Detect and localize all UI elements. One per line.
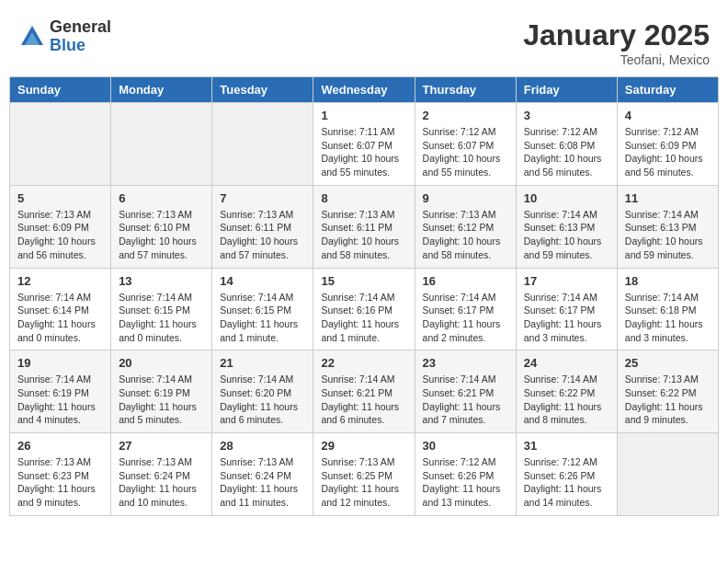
day-number: 31 (524, 439, 609, 453)
logo: General Blue (18, 18, 111, 55)
day-number: 6 (119, 191, 204, 205)
day-info: Sunrise: 7:13 AM Sunset: 6:09 PM Dayligh… (17, 208, 103, 262)
calendar-day: 10Sunrise: 7:14 AM Sunset: 6:13 PM Dayli… (516, 185, 617, 268)
calendar-day: 15Sunrise: 7:14 AM Sunset: 6:16 PM Dayli… (313, 268, 415, 350)
calendar-day: 5Sunrise: 7:13 AM Sunset: 6:09 PM Daylig… (10, 185, 111, 268)
calendar-week-row: 1Sunrise: 7:11 AM Sunset: 6:07 PM Daylig… (10, 103, 719, 186)
day-number: 23 (423, 356, 508, 370)
day-info: Sunrise: 7:14 AM Sunset: 6:21 PM Dayligh… (321, 373, 406, 427)
day-info: Sunrise: 7:14 AM Sunset: 6:19 PM Dayligh… (17, 373, 103, 427)
day-number: 17 (524, 274, 609, 288)
day-info: Sunrise: 7:14 AM Sunset: 6:14 PM Dayligh… (17, 291, 103, 345)
day-info: Sunrise: 7:12 AM Sunset: 6:26 PM Dayligh… (423, 455, 508, 510)
day-number: 2 (423, 109, 508, 122)
day-info: Sunrise: 7:14 AM Sunset: 6:15 PM Dayligh… (119, 291, 204, 345)
calendar-day: 11Sunrise: 7:14 AM Sunset: 6:13 PM Dayli… (617, 185, 718, 268)
day-info: Sunrise: 7:12 AM Sunset: 6:08 PM Dayligh… (524, 125, 609, 179)
day-header-wednesday: Wednesday (313, 77, 415, 103)
day-header-saturday: Saturday (617, 77, 718, 103)
day-number: 4 (625, 109, 711, 122)
day-info: Sunrise: 7:13 AM Sunset: 6:10 PM Dayligh… (119, 208, 204, 262)
day-info: Sunrise: 7:13 AM Sunset: 6:25 PM Dayligh… (321, 455, 406, 510)
day-number: 3 (524, 109, 609, 122)
day-number: 20 (119, 356, 204, 370)
calendar-day: 8Sunrise: 7:13 AM Sunset: 6:11 PM Daylig… (313, 185, 415, 268)
calendar-day: 22Sunrise: 7:14 AM Sunset: 6:21 PM Dayli… (313, 350, 415, 433)
day-info: Sunrise: 7:13 AM Sunset: 6:22 PM Dayligh… (625, 373, 711, 427)
day-info: Sunrise: 7:13 AM Sunset: 6:12 PM Dayligh… (423, 208, 508, 262)
day-number: 14 (220, 274, 305, 288)
day-info: Sunrise: 7:14 AM Sunset: 6:18 PM Dayligh… (625, 291, 711, 345)
calendar-day: 9Sunrise: 7:13 AM Sunset: 6:12 PM Daylig… (415, 185, 516, 268)
day-number: 8 (321, 191, 406, 205)
calendar-week-row: 5Sunrise: 7:13 AM Sunset: 6:09 PM Daylig… (10, 185, 719, 268)
day-info: Sunrise: 7:14 AM Sunset: 6:13 PM Dayligh… (625, 208, 711, 262)
day-info: Sunrise: 7:14 AM Sunset: 6:13 PM Dayligh… (524, 208, 609, 262)
day-info: Sunrise: 7:12 AM Sunset: 6:07 PM Dayligh… (423, 125, 508, 179)
day-header-monday: Monday (111, 77, 212, 103)
day-info: Sunrise: 7:13 AM Sunset: 6:24 PM Dayligh… (119, 455, 204, 510)
calendar-week-row: 19Sunrise: 7:14 AM Sunset: 6:19 PM Dayli… (10, 350, 719, 433)
day-number: 7 (220, 191, 305, 205)
day-header-sunday: Sunday (10, 77, 111, 103)
day-number: 28 (220, 439, 305, 453)
calendar-day (111, 103, 212, 186)
logo-blue-text: Blue (50, 37, 111, 55)
day-info: Sunrise: 7:12 AM Sunset: 6:26 PM Dayligh… (524, 455, 609, 510)
title-block: January 2025 Teofani, Mexico (523, 18, 710, 67)
calendar-day: 1Sunrise: 7:11 AM Sunset: 6:07 PM Daylig… (313, 103, 415, 186)
logo-text: General Blue (50, 18, 111, 55)
calendar-day: 3Sunrise: 7:12 AM Sunset: 6:08 PM Daylig… (516, 103, 617, 186)
calendar-day: 19Sunrise: 7:14 AM Sunset: 6:19 PM Dayli… (10, 350, 111, 433)
calendar-day: 27Sunrise: 7:13 AM Sunset: 6:24 PM Dayli… (111, 433, 212, 516)
day-number: 27 (119, 439, 204, 453)
day-header-thursday: Thursday (415, 77, 516, 103)
day-number: 29 (321, 439, 406, 453)
calendar-day: 18Sunrise: 7:14 AM Sunset: 6:18 PM Dayli… (617, 268, 718, 350)
calendar-day: 20Sunrise: 7:14 AM Sunset: 6:19 PM Dayli… (111, 350, 212, 433)
calendar-day: 21Sunrise: 7:14 AM Sunset: 6:20 PM Dayli… (212, 350, 313, 433)
day-info: Sunrise: 7:14 AM Sunset: 6:22 PM Dayligh… (524, 373, 609, 427)
calendar-week-row: 12Sunrise: 7:14 AM Sunset: 6:14 PM Dayli… (10, 268, 719, 350)
day-number: 10 (524, 191, 609, 205)
day-info: Sunrise: 7:14 AM Sunset: 6:20 PM Dayligh… (220, 373, 305, 427)
day-info: Sunrise: 7:14 AM Sunset: 6:21 PM Dayligh… (423, 373, 508, 427)
calendar-subtitle: Teofani, Mexico (523, 52, 710, 67)
day-number: 12 (17, 274, 103, 288)
day-info: Sunrise: 7:13 AM Sunset: 6:24 PM Dayligh… (220, 455, 305, 510)
day-number: 15 (321, 274, 406, 288)
day-number: 9 (423, 191, 508, 205)
calendar-day: 14Sunrise: 7:14 AM Sunset: 6:15 PM Dayli… (212, 268, 313, 350)
calendar-day: 26Sunrise: 7:13 AM Sunset: 6:23 PM Dayli… (10, 433, 111, 516)
day-number: 21 (220, 356, 305, 370)
page-header: General Blue January 2025 Teofani, Mexic… (9, 9, 719, 72)
day-number: 5 (17, 191, 103, 205)
calendar-day: 31Sunrise: 7:12 AM Sunset: 6:26 PM Dayli… (516, 433, 617, 516)
calendar-day: 23Sunrise: 7:14 AM Sunset: 6:21 PM Dayli… (415, 350, 516, 433)
calendar-day: 6Sunrise: 7:13 AM Sunset: 6:10 PM Daylig… (111, 185, 212, 268)
day-info: Sunrise: 7:14 AM Sunset: 6:16 PM Dayligh… (321, 291, 406, 345)
calendar-day: 17Sunrise: 7:14 AM Sunset: 6:17 PM Dayli… (516, 268, 617, 350)
calendar-title: January 2025 (523, 18, 710, 52)
calendar-day: 7Sunrise: 7:13 AM Sunset: 6:11 PM Daylig… (212, 185, 313, 268)
calendar-day: 29Sunrise: 7:13 AM Sunset: 6:25 PM Dayli… (313, 433, 415, 516)
calendar-week-row: 26Sunrise: 7:13 AM Sunset: 6:23 PM Dayli… (10, 433, 719, 516)
day-number: 16 (423, 274, 508, 288)
day-number: 25 (625, 356, 711, 370)
day-number: 26 (17, 439, 103, 453)
calendar-day: 13Sunrise: 7:14 AM Sunset: 6:15 PM Dayli… (111, 268, 212, 350)
day-info: Sunrise: 7:14 AM Sunset: 6:15 PM Dayligh… (220, 291, 305, 345)
day-info: Sunrise: 7:14 AM Sunset: 6:17 PM Dayligh… (423, 291, 508, 345)
day-info: Sunrise: 7:12 AM Sunset: 6:09 PM Dayligh… (625, 125, 711, 179)
calendar-day (212, 103, 313, 186)
calendar-day: 30Sunrise: 7:12 AM Sunset: 6:26 PM Dayli… (415, 433, 516, 516)
calendar-day: 12Sunrise: 7:14 AM Sunset: 6:14 PM Dayli… (10, 268, 111, 350)
day-number: 18 (625, 274, 711, 288)
calendar-day: 16Sunrise: 7:14 AM Sunset: 6:17 PM Dayli… (415, 268, 516, 350)
calendar-day (10, 103, 111, 186)
logo-icon (18, 23, 46, 51)
day-number: 11 (625, 191, 711, 205)
calendar-table: SundayMondayTuesdayWednesdayThursdayFrid… (9, 76, 719, 516)
day-header-tuesday: Tuesday (212, 77, 313, 103)
calendar-day: 24Sunrise: 7:14 AM Sunset: 6:22 PM Dayli… (516, 350, 617, 433)
